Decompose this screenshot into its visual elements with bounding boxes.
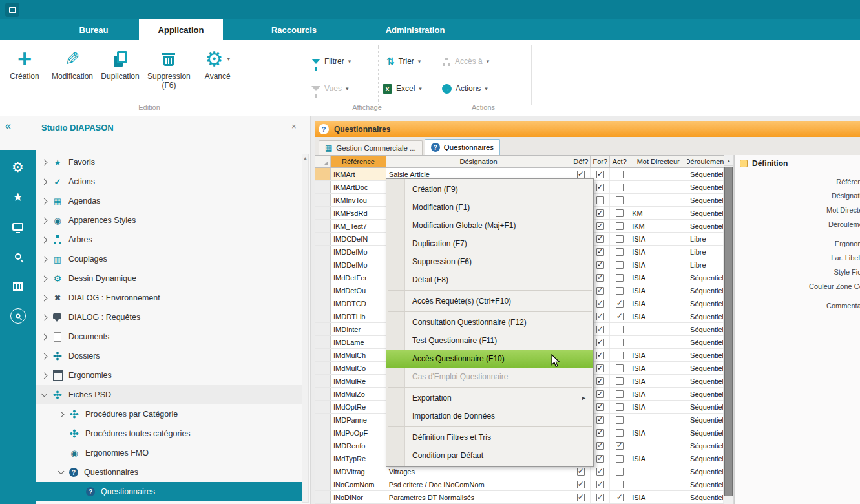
table-row-imdvitrag[interactable]: IMDVitragVitragesSéquentiel [315,465,724,478]
for-checkbox[interactable] [596,261,604,269]
act-checkbox[interactable] [616,313,624,320]
chevron-down-icon[interactable] [227,56,230,62]
sidebar-item-procedures-toutes-categories[interactable]: Procédures toutes catégories [36,424,302,443]
row-selector[interactable] [315,452,331,465]
for-checkbox[interactable] [596,468,604,476]
rail-star-icon[interactable] [0,182,36,212]
act-checkbox[interactable] [616,364,624,372]
act-checkbox[interactable] [616,274,624,282]
ribbon-tab-application[interactable]: Application [139,19,223,40]
row-selector[interactable] [315,284,331,297]
chevron-right-icon[interactable] [41,333,48,340]
sidebar-item-actions[interactable]: Actions [36,172,302,191]
row-selector[interactable] [315,439,331,452]
table-row-inodinor[interactable]: INoDINorParametres DT NormalisésISIASéqu… [315,491,724,504]
sidebar-item-procedures-par-categorie[interactable]: Procédures par Catégorie [36,404,302,424]
sidebar-item-fiches-psd[interactable]: Fiches PSD [36,385,302,404]
column-header-deroulement[interactable]: Déroulement [687,156,724,167]
chevron-right-icon[interactable] [41,295,48,301]
chevron-right-icon[interactable] [41,353,48,359]
chevron-right-icon[interactable] [41,256,48,262]
table-row-inocomnom[interactable]: INoComNomPsd critere / Doc INoComNomSéqu… [315,478,724,491]
filtrer-button[interactable]: Filtrer [311,54,351,68]
def-checkbox[interactable] [577,171,585,178]
menu-item-consultation-questionnaire-f12[interactable]: Consultation Questionnaire (F12) [386,313,593,331]
act-checkbox[interactable] [616,377,624,385]
row-selector[interactable] [315,362,331,374]
menu-item-duplication-f7[interactable]: Duplication (F7) [386,235,593,253]
row-selector[interactable] [315,271,331,284]
for-checkbox[interactable] [596,235,604,243]
ribbon-tab-bureau[interactable]: Bureau [48,19,139,40]
chevron-right-icon[interactable] [41,314,48,320]
act-checkbox[interactable] [616,248,624,256]
tab-gestion-commerciale[interactable]: Gestion Commerciale ... [319,140,423,155]
act-checkbox[interactable] [616,300,624,308]
rail-search-icon[interactable] [0,242,36,271]
row-selector[interactable] [315,297,331,310]
sidebar-item-couplages[interactable]: Couplages [36,249,302,269]
ribbon-tab-administration[interactable]: Administration [362,19,468,40]
duplication-button[interactable]: Duplication [100,43,141,102]
for-checkbox[interactable] [596,248,604,256]
act-checkbox[interactable] [616,352,624,359]
for-checkbox[interactable] [596,339,604,346]
tab-questionnaires[interactable]: Questionnaires [425,139,500,155]
column-header-designation[interactable]: Désignation [386,156,572,167]
sidebar-item-dialog-environnement[interactable]: DIALOG : Environnement [36,288,302,308]
chevron-right-icon[interactable] [41,236,48,243]
act-checkbox[interactable] [616,339,624,346]
act-checkbox[interactable] [616,196,624,204]
row-selector[interactable] [315,349,331,361]
act-checkbox[interactable] [616,171,624,178]
row-selector[interactable] [315,246,331,258]
for-checkbox[interactable] [596,274,604,282]
for-checkbox[interactable] [596,364,604,372]
grid-corner-header[interactable] [315,156,331,167]
creation-button[interactable]: Création [4,43,45,102]
scroll-up-icon[interactable] [724,155,733,166]
rail-columns-icon[interactable] [0,271,36,301]
column-header-for[interactable]: For? [591,156,610,167]
def-checkbox[interactable] [577,481,585,488]
for-checkbox[interactable] [596,326,604,333]
def-checkbox[interactable] [577,494,585,501]
modification-button[interactable]: Modification [52,43,93,102]
row-selector[interactable] [315,478,331,490]
for-checkbox[interactable] [596,455,604,463]
row-selector[interactable] [315,168,331,180]
for-checkbox[interactable] [596,352,604,359]
for-checkbox[interactable] [596,287,604,295]
sidebar-item-apparences-styles[interactable]: Apparences Styles [36,211,302,230]
act-checkbox[interactable] [616,209,624,217]
column-header-mot-directeur[interactable]: Mot Directeur [629,156,687,167]
row-selector[interactable] [315,491,331,503]
act-checkbox[interactable] [616,235,624,243]
app-icon[interactable] [5,3,19,17]
row-selector[interactable] [315,388,331,400]
for-checkbox[interactable] [596,442,604,450]
for-checkbox[interactable] [596,494,604,501]
for-checkbox[interactable] [596,481,604,488]
act-checkbox[interactable] [616,468,624,476]
chevron-right-icon[interactable] [58,411,65,417]
act-checkbox[interactable] [616,481,624,488]
row-selector[interactable] [315,336,331,348]
collapse-sidebar-icon[interactable]: « [5,120,11,132]
rail-search-circle-icon[interactable] [0,301,36,331]
for-checkbox[interactable] [596,429,604,437]
row-selector[interactable] [315,207,331,219]
sidebar-item-agendas[interactable]: Agendas [36,191,302,211]
chevron-right-icon[interactable] [41,159,48,165]
row-selector[interactable] [315,375,331,387]
menu-item-acces-questionnaire-f10[interactable]: Accès Questionnaire (F10) [386,350,593,368]
menu-item-detail-f8[interactable]: Détail (F8) [386,271,593,289]
chevron-right-icon[interactable] [41,178,48,185]
sidebar-item-ergonomies-fmo[interactable]: Ergonomies FMO [36,443,302,463]
trier-button[interactable]: Trier [386,54,421,68]
sidebar-item-questionnaires[interactable]: Questionnaires [36,482,302,501]
menu-item-acces-requete-s-ctrl-f10[interactable]: Accès Requête(s) (Ctrl+F10) [386,292,593,310]
for-checkbox[interactable] [596,377,604,385]
row-selector[interactable] [315,220,331,232]
menu-item-importation-de-donnees[interactable]: Importation de Données [386,407,593,425]
